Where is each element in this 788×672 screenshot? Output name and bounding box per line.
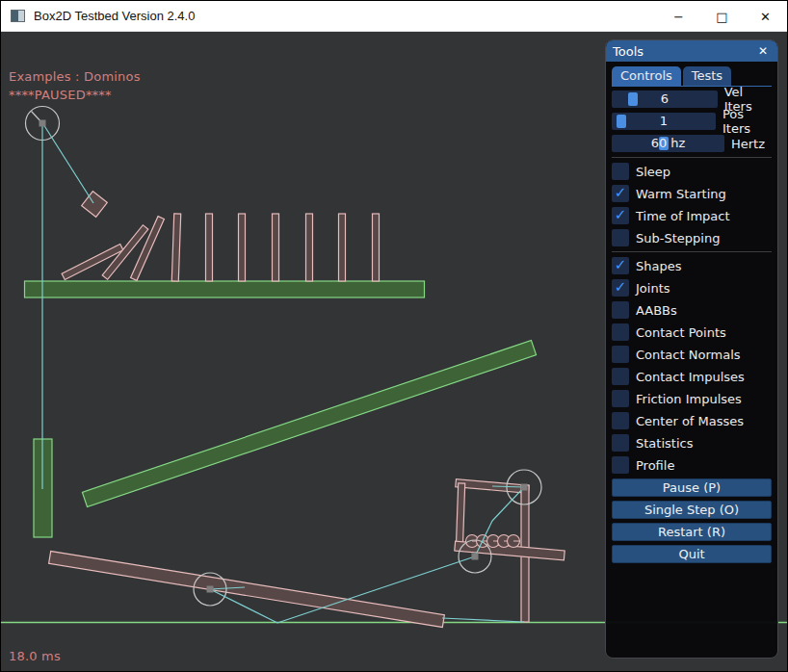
check-row-contact-impulses: Contact Impulses — [612, 368, 772, 385]
app-window: Box2D Testbed Version 2.4.0 − □ ✕ Exampl… — [0, 0, 788, 672]
joints-checkbox[interactable]: ✓ — [612, 279, 629, 297]
profile-label: Profile — [636, 458, 674, 473]
checkmark-icon: ✓ — [615, 208, 627, 222]
tools-panel-title: Tools — [613, 44, 755, 59]
pos-iters-value: 1 — [612, 113, 716, 130]
checkmark-icon: ✓ — [615, 280, 627, 295]
contact-impulses-checkbox[interactable] — [612, 368, 629, 385]
pos-iters-slider[interactable]: 1 — [612, 113, 716, 130]
time-of-impact-label: Time of Impact — [636, 209, 730, 223]
sleep-label: Sleep — [636, 165, 670, 179]
joint-anchor — [39, 120, 46, 127]
contact-impulses-label: Contact Impulses — [636, 370, 745, 384]
domino-5-body — [306, 214, 313, 281]
slider-row-hertz: 60 hzHertz — [612, 135, 772, 152]
statistics-label: Statistics — [636, 436, 693, 451]
check-row-warm-starting: ✓Warm Starting — [612, 185, 772, 202]
sub-stepping-checkbox[interactable] — [612, 229, 629, 246]
friction-impulses-label: Friction Impulses — [636, 392, 742, 406]
friction-impulses-checkbox[interactable] — [612, 390, 629, 407]
tools-close-icon[interactable]: ✕ — [755, 43, 771, 59]
fallen-domino-3-body — [131, 217, 165, 281]
profile-checkbox[interactable] — [612, 456, 629, 474]
domino-2-body — [206, 214, 213, 281]
domino-shelf-body — [25, 281, 425, 297]
slider-row-vel-iters: 6Vel Iters — [612, 90, 772, 108]
window-title: Box2D Testbed Version 2.4.0 — [34, 9, 195, 23]
sleep-checkbox[interactable] — [612, 163, 629, 180]
close-icon[interactable]: ✕ — [744, 1, 787, 32]
joint-anchor — [207, 586, 214, 593]
pos-iters-label: Pos Iters — [722, 107, 772, 136]
check-row-center-of-masses: Center of Masses — [612, 412, 772, 429]
sim-toggle-group: Sleep✓Warm Starting✓Time of ImpactSub-St… — [612, 163, 772, 246]
check-row-contact-normals: Contact Normals — [612, 346, 772, 363]
tools-panel-titlebar[interactable]: Tools ✕ — [606, 40, 777, 62]
pendulum-box-body — [82, 192, 108, 218]
maximize-icon[interactable]: □ — [700, 1, 744, 32]
check-row-joints: ✓Joints — [612, 279, 772, 297]
statistics-checkbox[interactable] — [612, 434, 629, 452]
separator — [612, 157, 772, 158]
app-icon — [11, 10, 25, 22]
warm-starting-checkbox[interactable]: ✓ — [612, 185, 629, 202]
quit-button[interactable]: Quit — [612, 545, 772, 563]
cage-left-leg-body — [456, 483, 464, 551]
sub-stepping-label: Sub-Stepping — [636, 231, 720, 246]
window-controls: − □ ✕ — [657, 1, 787, 32]
button-group: Pause (P)Single Step (O)Restart (R)Quit — [612, 478, 772, 563]
separator — [612, 251, 772, 252]
tools-panel: Tools ✕ ControlsTests 6Vel Iters1Pos Ite… — [605, 39, 778, 659]
check-row-statistics: Statistics — [612, 434, 772, 452]
tab-tests[interactable]: Tests — [683, 66, 731, 86]
warm-starting-label: Warm Starting — [636, 187, 726, 201]
domino-4-body — [273, 214, 279, 281]
center-of-masses-checkbox[interactable] — [612, 412, 629, 429]
aabbs-checkbox[interactable] — [612, 301, 629, 319]
check-row-sub-stepping: Sub-Stepping — [612, 229, 772, 246]
os-titlebar[interactable]: Box2D Testbed Version 2.4.0 − □ ✕ — [1, 1, 787, 32]
check-row-friction-impulses: Friction Impulses — [612, 390, 772, 407]
slider-group: 6Vel Iters1Pos Iters60 hzHertz — [612, 90, 772, 152]
domino-6-body — [339, 214, 346, 281]
minimize-icon[interactable]: − — [657, 1, 700, 32]
check-row-aabbs: AABBs — [612, 301, 772, 319]
check-row-profile: Profile — [612, 456, 772, 474]
contact-points-label: Contact Points — [636, 325, 726, 340]
seesaw-plank-body — [49, 551, 445, 627]
check-row-contact-points: Contact Points — [612, 323, 772, 341]
restart-button[interactable]: Restart (R) — [612, 523, 772, 541]
center-of-masses-label: Center of Masses — [636, 414, 744, 428]
contact-normals-label: Contact Normals — [636, 348, 741, 362]
vel-iters-value: 6 — [612, 90, 718, 108]
check-row-time-of-impact: ✓Time of Impact — [612, 207, 772, 224]
checkmark-icon: ✓ — [615, 186, 627, 200]
contact-normals-checkbox[interactable] — [612, 346, 629, 363]
joint-anchor — [472, 554, 479, 560]
draw-toggle-group: ✓Shapes✓JointsAABBsContact PointsContact… — [612, 257, 772, 474]
example-title: Examples : Dominos — [9, 69, 141, 84]
joint-anchor — [521, 484, 528, 491]
frame-time-label: 18.0 ms — [9, 649, 61, 663]
check-row-shapes: ✓Shapes — [612, 257, 772, 274]
domino-3-body — [239, 214, 246, 281]
hertz-label: Hertz — [731, 137, 765, 151]
domino-7-body — [373, 214, 380, 281]
tab-controls[interactable]: Controls — [612, 66, 681, 86]
time-of-impact-checkbox[interactable]: ✓ — [612, 207, 629, 224]
shapes-label: Shapes — [636, 259, 681, 273]
hertz-slider[interactable]: 60 hz — [612, 135, 724, 152]
hertz-value: 60 hz — [612, 135, 724, 152]
tools-panel-body: ControlsTests 6Vel Iters1Pos Iters60 hzH… — [606, 62, 777, 563]
shapes-checkbox[interactable]: ✓ — [612, 257, 629, 274]
joints-label: Joints — [636, 281, 670, 296]
pause-button[interactable]: Pause (P) — [612, 478, 772, 497]
check-row-sleep: Sleep — [612, 163, 772, 180]
joint-line — [43, 124, 93, 203]
vel-iters-slider[interactable]: 6 — [612, 90, 718, 108]
joint-line — [442, 618, 524, 622]
slider-row-pos-iters: 1Pos Iters — [612, 113, 772, 130]
domino-1-body — [171, 214, 180, 281]
single-step-button[interactable]: Single Step (O) — [612, 501, 772, 519]
contact-points-checkbox[interactable] — [612, 323, 629, 341]
